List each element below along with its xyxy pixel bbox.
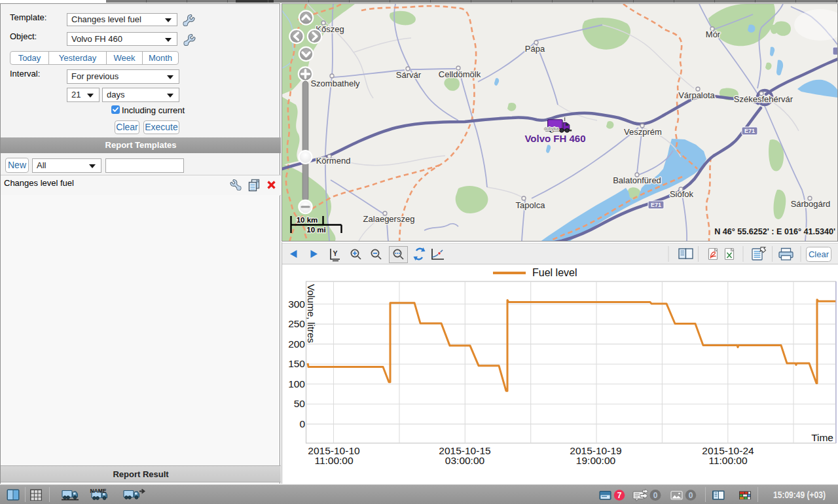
svg-text:Székesfehérvár: Székesfehérvár bbox=[734, 94, 793, 104]
svg-text:Sárvár: Sárvár bbox=[396, 70, 422, 80]
svg-text:Clear: Clear bbox=[809, 249, 829, 259]
svg-text:Körmend: Körmend bbox=[316, 156, 351, 166]
svg-text:NAME: NAME bbox=[90, 488, 106, 494]
svg-text:03:00:00: 03:00:00 bbox=[445, 455, 485, 466]
svg-text:Veszprém: Veszprém bbox=[624, 127, 662, 137]
svg-text:Celldömölk: Celldömölk bbox=[439, 69, 481, 79]
svg-text:19:00:00: 19:00:00 bbox=[576, 455, 616, 466]
svg-text:Volume, litres: Volume, litres bbox=[306, 284, 317, 343]
svg-text:Balatonfüred: Balatonfüred bbox=[613, 175, 661, 185]
svg-text:11:00:00: 11:00:00 bbox=[314, 455, 354, 466]
svg-text:Sárbogárd: Sárbogárd bbox=[791, 199, 831, 209]
svg-text:250: 250 bbox=[288, 318, 305, 329]
svg-text:Tapolca: Tapolca bbox=[516, 200, 546, 210]
svg-text:300: 300 bbox=[288, 298, 305, 310]
svg-text:100: 100 bbox=[288, 378, 305, 389]
svg-text:Szombathely: Szombathely bbox=[310, 79, 360, 88]
svg-text:7: 7 bbox=[617, 491, 622, 500]
svg-text:50: 50 bbox=[294, 398, 306, 409]
svg-text:Time: Time bbox=[811, 432, 833, 443]
svg-text:15:09:49 (+03): 15:09:49 (+03) bbox=[773, 490, 826, 500]
svg-text:0: 0 bbox=[689, 491, 693, 500]
svg-text:0: 0 bbox=[653, 491, 658, 500]
svg-text:Mór: Mór bbox=[706, 29, 721, 39]
svg-text:Volvo FH 460: Volvo FH 460 bbox=[524, 133, 585, 144]
svg-text:10 km: 10 km bbox=[297, 216, 318, 224]
svg-text:dobyka: dobyka bbox=[544, 126, 559, 132]
svg-text:Pápa: Pápa bbox=[525, 44, 545, 54]
svg-text:Várpalota: Várpalota bbox=[678, 90, 715, 100]
svg-text:150: 150 bbox=[288, 358, 305, 369]
svg-text:200: 200 bbox=[288, 338, 305, 350]
svg-text:E71: E71 bbox=[744, 128, 755, 134]
svg-text:Fuel level: Fuel level bbox=[532, 267, 577, 278]
svg-text:Zalaegerszeg: Zalaegerszeg bbox=[363, 214, 415, 224]
svg-text:10 mi: 10 mi bbox=[306, 226, 325, 234]
svg-text:0: 0 bbox=[299, 418, 305, 429]
svg-text:E71: E71 bbox=[651, 202, 661, 208]
svg-text:N 46° 55.6252' : E 016° 41.534: N 46° 55.6252' : E 016° 41.5340' bbox=[714, 227, 835, 236]
svg-text:Y: Y bbox=[333, 249, 337, 257]
svg-text:Siófok: Siófok bbox=[670, 189, 694, 199]
svg-text:11:00:00: 11:00:00 bbox=[708, 455, 748, 466]
